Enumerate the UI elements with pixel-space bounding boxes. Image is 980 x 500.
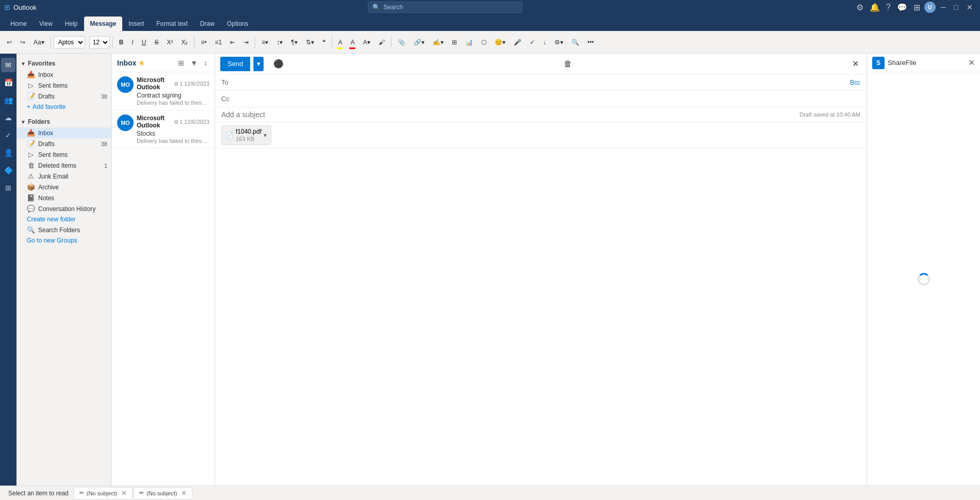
emoji-button[interactable]: 😊▾ [491,34,509,51]
nav-calendar-icon[interactable]: 📅 [1,75,15,90]
maximize-icon[interactable]: □ [951,3,961,11]
table-button[interactable]: ⊞ [448,34,461,51]
sidebar-item-archive[interactable]: 📦 Archive [17,182,111,192]
subject-input[interactable] [221,110,799,119]
sidebar-item-sent-fav[interactable]: ▷ Sent Items [17,80,111,91]
highlight-color-button[interactable]: A [335,34,346,51]
down-button[interactable]: ↓ [540,34,550,51]
cc-input[interactable] [238,95,860,103]
delete-button[interactable]: 🗑 [561,58,575,70]
link-button[interactable]: 🔗▾ [410,34,428,51]
sort-button[interactable]: ⇅▾ [302,34,318,51]
strikethrough-button[interactable]: S [151,34,162,51]
undo-button[interactable]: ↩ [3,34,15,51]
feedback-icon[interactable]: 💬 [895,2,909,13]
favorites-section[interactable]: ▼ Favorites [17,58,111,69]
subscript-button[interactable]: X₂ [177,34,191,51]
bold-button[interactable]: B [116,34,127,51]
quote-button[interactable]: ❝ [319,34,329,51]
minimize-icon[interactable]: ─ [938,3,949,11]
tab-options[interactable]: Options [221,17,254,31]
styles-button[interactable]: Aa▾ [30,34,48,51]
font-size-select[interactable]: 12 [89,36,110,49]
search-box[interactable]: 🔍 Search [368,2,522,13]
settings-icon[interactable]: ⚙ [854,2,865,13]
underline-button[interactable]: U [138,34,150,51]
filter-all-button[interactable]: ⊞ [176,58,186,68]
help-icon[interactable]: ? [884,2,893,13]
discard-button[interactable]: ✕ [850,57,861,70]
bullets-button[interactable]: ≡• [197,34,210,51]
folders-section[interactable]: ▼ Folders [17,116,111,127]
send-dropdown-button[interactable]: ▾ [253,57,264,71]
signature-button[interactable]: ✍▾ [429,34,447,51]
sidebar-item-deleted[interactable]: 🗑 Deleted Items 1 [17,160,111,171]
attachment-item[interactable]: 📄 f1040.pdf 163 KB ▾ [221,125,271,145]
bcc-button[interactable]: Bcc [850,79,860,86]
align-button[interactable]: ≡▾ [258,34,272,51]
nav-people-icon[interactable]: 👥 [1,93,15,107]
sidebar-item-sent[interactable]: ▷ Sent Items [17,149,111,160]
indent-less-button[interactable]: ⇤ [226,34,239,51]
priority-button[interactable]: ⚫ [271,57,286,70]
sidebar-item-search-folders[interactable]: 🔍 Search Folders [17,224,111,235]
add-favorite-btn[interactable]: + Add favorite [17,102,111,112]
avatar[interactable]: U [924,2,936,13]
format-button[interactable]: ⚙▾ [551,34,567,51]
nav-profile-icon[interactable]: 👤 [1,146,15,160]
email-item[interactable]: MO Microsoft Outlook ⚙ 1 12/6/2023 Contr… [112,72,215,110]
dictate-button[interactable]: 🎤 [510,34,525,51]
font-color-button[interactable]: A [347,34,358,51]
italic-button[interactable]: I [128,34,137,51]
font-select[interactable]: Aptos [54,36,85,49]
nav-check-icon[interactable]: ✓ [1,128,15,142]
text-effects-button[interactable]: A▾ [360,34,374,51]
notification-icon[interactable]: 🔔 [868,2,882,13]
superscript-button[interactable]: X² [163,34,176,51]
format-painter-button[interactable]: 🖌 [375,34,388,51]
sidebar-item-inbox-fav[interactable]: 📥 Inbox [17,69,111,80]
attachment-expand-button[interactable]: ▾ [264,132,267,139]
sidebar-item-drafts-fav[interactable]: 📝 Drafts 38 [17,91,111,102]
apps-icon[interactable]: ⊞ [911,2,922,13]
send-button[interactable]: Send [220,57,250,71]
numbering-button[interactable]: ≡1 [211,34,226,51]
close-icon[interactable]: ✕ [963,3,976,11]
sidebar-item-notes[interactable]: 📓 Notes [17,192,111,203]
email-item[interactable]: MO Microsoft Outlook ⚙ 1 12/6/2023 Stock… [112,110,215,149]
shapes-button[interactable]: ⬡ [478,34,490,51]
tab-insert[interactable]: Insert [122,17,150,31]
to-input[interactable] [238,78,850,86]
zoom-button[interactable]: 🔍 [568,34,583,51]
sidebar-item-inbox[interactable]: 📥 Inbox [17,127,111,138]
tab-draw[interactable]: Draw [194,17,221,31]
create-folder-btn[interactable]: Create new folder [17,214,111,224]
status-tab-2[interactable]: ✏ (No subject) ✕ [134,487,192,499]
nav-tasks-icon[interactable]: ☁ [1,110,15,125]
nav-apps-icon[interactable]: ⊞ [1,181,15,195]
nav-mail-icon[interactable]: ✉ [1,58,15,72]
filter-button[interactable]: ▼ [188,58,200,68]
sharefile-close-button[interactable]: ✕ [968,58,975,68]
tab-message[interactable]: Message [84,17,123,31]
paragraph-button[interactable]: ¶▾ [287,34,301,51]
compose-body[interactable] [215,149,867,486]
tab-view[interactable]: View [33,17,59,31]
chart-button[interactable]: 📊 [462,34,477,51]
status-tab-1[interactable]: ✏ (No subject) ✕ [74,487,133,499]
tab-help[interactable]: Help [59,17,84,31]
go-to-groups-btn[interactable]: Go to new Groups [17,235,111,246]
tab1-close-button[interactable]: ✕ [121,489,127,497]
tab2-close-button[interactable]: ✕ [181,489,187,497]
sidebar-item-junk[interactable]: ⚠ Junk Email [17,171,111,182]
tab-home[interactable]: Home [4,17,33,31]
sidebar-item-conversation-history[interactable]: 💬 Conversation History [17,203,111,214]
nav-groups-icon[interactable]: 🔷 [1,163,15,178]
line-spacing-button[interactable]: ↕▾ [273,34,286,51]
editor-button[interactable]: ✓ [526,34,538,51]
tab-format-text[interactable]: Format text [150,17,194,31]
sidebar-item-drafts[interactable]: 📝 Drafts 38 [17,138,111,149]
attach-file-button[interactable]: 📎 [394,34,409,51]
redo-button[interactable]: ↪ [17,34,29,51]
more-button[interactable]: ••• [584,34,598,51]
